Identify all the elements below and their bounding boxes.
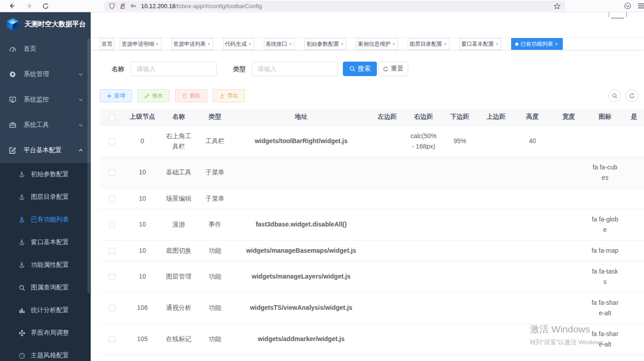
sidebar-subitem-5[interactable]: 图属查询配置 <box>0 276 91 299</box>
table-refresh-button[interactable] <box>625 89 638 102</box>
name-filter-input[interactable] <box>131 62 217 76</box>
sidebar-subitem-label: 初始参数配置 <box>31 170 69 178</box>
sidebar-menu: 首页系统管理系统监控系统工具平台基本配置 <box>0 36 91 163</box>
sidebar-item-3[interactable]: 系统工具 <box>0 112 91 138</box>
export-button[interactable]: 导出 <box>213 89 245 102</box>
add-button[interactable]: 新增 <box>100 89 132 102</box>
forward-icon[interactable] <box>25 1 34 10</box>
type-filter-input[interactable] <box>252 62 338 76</box>
tab-close-icon[interactable]: × <box>496 42 499 47</box>
row-checkbox[interactable] <box>109 248 115 254</box>
tab-close-icon[interactable]: × <box>444 42 448 47</box>
tab-3[interactable]: 代码生成× <box>223 38 254 50</box>
tab-close-icon[interactable]: × <box>249 42 252 47</box>
select-all-checkbox[interactable] <box>109 114 115 120</box>
table-row-2[interactable]: 10场景编辑子菜单 <box>100 188 644 209</box>
tab-9[interactable]: 已有功能列表× <box>511 38 563 50</box>
tab-close-icon[interactable]: × <box>289 42 293 47</box>
cell-parent: 105 <box>124 323 161 355</box>
cell-left <box>369 240 405 261</box>
tab-close-icon[interactable]: × <box>341 42 344 47</box>
tab-close-icon[interactable]: × <box>392 42 396 47</box>
anchor-icon <box>18 239 25 246</box>
table-row-4[interactable]: 10底图切换功能widgets/manageBasemaps/widget.js… <box>100 240 644 261</box>
cell-name: 右上角工具栏 <box>161 125 197 157</box>
url-bar[interactable]: 10.12.200.18/tcbox-app/#/config/toolbarC… <box>104 1 565 11</box>
tab-5[interactable]: 初始参数配置× <box>304 38 346 50</box>
sidebar-subitem-1[interactable]: 图层目录配置 <box>0 186 91 208</box>
cell-visible <box>623 125 644 157</box>
reset-button[interactable]: 重置 <box>378 62 408 76</box>
cell-address: widgets/manageLayers/widget.js <box>233 261 369 292</box>
tab-close-icon[interactable]: × <box>555 42 559 47</box>
menu-hamburger-icon[interactable] <box>637 1 644 10</box>
sidebar-subitem-8[interactable]: 主题风格配置 <box>0 344 91 361</box>
sidebar-subitem-2[interactable]: 已有功能列表 <box>0 208 91 231</box>
pocket-icon[interactable] <box>623 1 632 10</box>
row-checkbox[interactable] <box>109 138 115 144</box>
sidebar-subitem-7[interactable]: 界面布局调整 <box>0 322 91 344</box>
table-search-toggle-button[interactable] <box>608 89 621 102</box>
table-row-6[interactable]: 106通视分析功能widgetsTS/viewAnalysis/widget.j… <box>100 292 644 323</box>
monitor-icon <box>9 96 16 103</box>
sidebar-subitem-3[interactable]: 窗口基本配置 <box>0 231 91 254</box>
cell-top <box>478 261 514 292</box>
sidebar-item-0[interactable]: 首页 <box>0 36 91 62</box>
bookmark-star-icon[interactable] <box>554 3 561 10</box>
row-checkbox[interactable] <box>109 305 115 311</box>
sidebar-subitem-6[interactable]: 统计分析配置 <box>0 299 91 322</box>
search-button[interactable]: 搜索 <box>343 62 377 76</box>
sidebar-scrollbar-thumb[interactable] <box>88 39 90 293</box>
sidebar-item-label: 平台基本配置 <box>24 146 62 154</box>
tab-close-icon[interactable]: × <box>156 42 160 47</box>
table-row-1[interactable]: 10基础工具子菜单fa fa-cubes <box>100 157 644 188</box>
sidebar-item-1[interactable]: 系统管理 <box>0 62 91 87</box>
row-checkbox[interactable] <box>109 336 115 342</box>
header-widget-fragment <box>609 12 627 17</box>
row-checkbox[interactable] <box>109 274 115 280</box>
tab-2[interactable]: 资源申请列表× <box>171 38 213 50</box>
table-row-0[interactable]: 0右上角工具栏工具栏widgets/toolBarRight/widget.js… <box>100 125 644 157</box>
row-checkbox[interactable] <box>109 196 115 202</box>
sidebar-item-2[interactable]: 系统监控 <box>0 87 91 112</box>
table-row-7[interactable]: 105在线标记功能widgets/addmarker/widget.jsfa f… <box>100 323 644 355</box>
logo-cube-icon <box>5 17 20 32</box>
row-checkbox[interactable] <box>109 221 115 228</box>
cell-width <box>551 209 587 240</box>
sidebar-subitem-0[interactable]: 初始参数配置 <box>0 163 91 186</box>
cell-name: 基础工具 <box>161 157 197 188</box>
anchor-icon <box>18 217 25 223</box>
table-row-5[interactable]: 10图层管理功能widgets/manageLayers/widget.jsfa… <box>100 261 644 292</box>
cell-type: 子菜单 <box>197 157 233 188</box>
shield-icon[interactable] <box>109 3 115 10</box>
tab-label: 首页 <box>102 40 112 48</box>
blocked-lock-icon[interactable] <box>119 3 126 10</box>
cell-height <box>514 292 551 323</box>
cell-parent: 10 <box>124 157 161 188</box>
sidebar-subitem-4[interactable]: 功能属性配置 <box>0 254 91 276</box>
cell-type: 功能 <box>197 261 233 292</box>
table-row-3[interactable]: 10漫游事件fast3dbase.widget.disableAll()fa f… <box>100 209 644 240</box>
tab-0[interactable]: 首页 <box>100 38 114 50</box>
back-icon[interactable] <box>7 1 16 10</box>
cell-width <box>551 261 587 292</box>
tab-1[interactable]: 资源申请明细× <box>120 38 161 50</box>
tab-6[interactable]: 案例信息维护× <box>356 38 398 50</box>
app-logo: 天测时空大数据平台 <box>0 12 91 36</box>
tab-8[interactable]: 窗口基本配置× <box>459 38 501 50</box>
cell-left <box>369 261 405 292</box>
url-text: 10.12.200.18/tcbox-app/#/config/toolbarC… <box>141 3 262 10</box>
reload-icon[interactable] <box>41 1 50 10</box>
cell-bottom <box>442 157 478 188</box>
cell-top <box>478 292 514 323</box>
key-icon[interactable] <box>130 3 137 9</box>
tab-7[interactable]: 图层目录配置× <box>408 38 449 50</box>
tab-close-icon[interactable]: × <box>208 42 211 47</box>
sidebar-item-4[interactable]: 平台基本配置 <box>0 138 91 163</box>
row-checkbox[interactable] <box>109 169 115 176</box>
cell-visible <box>623 209 644 240</box>
sidebar-subitem-label: 窗口基本配置 <box>31 238 69 246</box>
modify-button[interactable]: 修改 <box>137 89 170 102</box>
tab-4[interactable]: 系统接口× <box>264 38 295 50</box>
delete-button[interactable]: 删除 <box>175 89 207 102</box>
